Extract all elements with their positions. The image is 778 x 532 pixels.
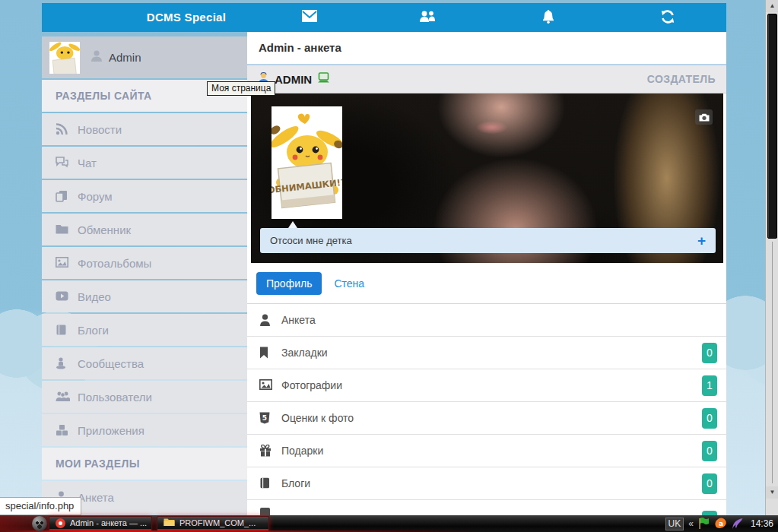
list-item-photos[interactable]: Фотографии 1 xyxy=(247,369,726,402)
scrollbar-thumb[interactable] xyxy=(767,14,777,239)
sidebar-item-chat[interactable]: Чат xyxy=(42,147,247,179)
status-text: Отсоси мне детка xyxy=(270,235,352,246)
sidebar-item-exchange[interactable]: Обменник xyxy=(42,214,247,245)
sidebar-item-label: Чат xyxy=(78,157,97,169)
sidebar-item-label: Фотоальбомы xyxy=(78,257,151,270)
bell-icon[interactable] xyxy=(540,10,557,25)
user-icon xyxy=(259,314,272,327)
mail-icon[interactable] xyxy=(301,10,318,25)
app-title: DCMS Special xyxy=(103,3,270,32)
profile-user-row: ADMIN СОЗДАТЕЛЬ xyxy=(247,65,726,93)
sidebar-item-communities[interactable]: Сообщества xyxy=(42,347,247,379)
html5-icon: 5 xyxy=(259,412,272,425)
opera-icon xyxy=(56,518,65,528)
svg-text:a: a xyxy=(719,520,723,527)
list-item-label: Блоги xyxy=(281,477,310,489)
scroll-up-arrow[interactable]: ▲ xyxy=(766,0,778,12)
sidebar-item-label: Видео xyxy=(78,290,111,303)
taskbar-button-browser[interactable]: Admin - анкета — ... xyxy=(49,516,152,530)
sidebar-item-photoalbums[interactable]: Фотоальбомы xyxy=(42,247,247,279)
taskbar: Admin - анкета — ... PROFIWM_COM_... UK … xyxy=(0,515,778,532)
count-badge: 1 xyxy=(702,375,717,396)
page-scrollbar[interactable]: ▲ ▼ xyxy=(765,0,778,515)
sidebar-item-label: Анкета xyxy=(78,491,114,504)
photos-icon xyxy=(56,257,69,269)
list-item-label: Фотографии xyxy=(281,379,342,391)
sidebar-item-forum[interactable]: Форум xyxy=(42,180,247,212)
list-item-label: Подарки xyxy=(281,445,323,457)
sidebar-item-news[interactable]: Новости xyxy=(42,113,247,145)
unknown-icon xyxy=(259,507,272,516)
sidebar-item-users[interactable]: Пользователи xyxy=(42,381,247,413)
taskbar-button-label: PROFIWM_COM_... xyxy=(179,518,256,527)
tab-profile[interactable]: Профиль xyxy=(256,272,322,295)
camera-icon[interactable] xyxy=(695,109,713,125)
count-badge: 0 xyxy=(702,343,717,363)
profile-main: Admin - анкета ADMIN СОЗДАТЕЛЬ xyxy=(247,32,726,518)
list-item-label: Оценки к фото xyxy=(281,412,354,424)
profile-avatar[interactable]: ОБНИМАШКИ!? xyxy=(272,106,342,219)
list-item-blogs[interactable]: Блоги 0 xyxy=(247,467,726,500)
svg-text:5: 5 xyxy=(262,414,267,422)
user-avatar-thumbnail xyxy=(49,42,80,74)
users-icon xyxy=(56,391,69,403)
list-item-label: Закладки xyxy=(281,347,328,359)
rss-icon xyxy=(56,123,69,135)
sidebar-item-blogs[interactable]: Блоги xyxy=(42,314,247,346)
app-header: DCMS Special xyxy=(42,3,726,32)
profile-tabs: Профиль Стена xyxy=(247,263,726,304)
list-item-gifts[interactable]: Подарки 0 xyxy=(247,435,726,467)
profile-username[interactable]: ADMIN xyxy=(275,73,312,86)
count-badge: 0 xyxy=(702,473,717,494)
avast-icon[interactable]: a xyxy=(715,518,727,530)
users-icon[interactable] xyxy=(419,10,436,25)
bookmark-icon xyxy=(259,347,272,359)
cover-photo[interactable]: ОБНИМАШКИ!? Отсоси мне детка + xyxy=(251,93,723,263)
refresh-icon[interactable] xyxy=(659,10,676,25)
folder-icon xyxy=(164,516,175,530)
taskbar-clock[interactable]: 14:36 xyxy=(751,518,773,529)
sidebar: Admin РАЗДЕЛЫ САЙТА Новости Чат Форум Об… xyxy=(42,36,247,515)
sidebar-item-label: Обменник xyxy=(78,223,131,236)
list-item-partial[interactable] xyxy=(247,500,726,515)
page-title: Admin - анкета xyxy=(247,32,726,65)
folder-icon xyxy=(56,223,69,236)
scroll-down-arrow[interactable]: ▼ xyxy=(766,486,778,499)
link-tooltip: Моя страница xyxy=(207,81,275,96)
taskbar-button-label: Admin - анкета — ... xyxy=(70,518,147,527)
photo-icon xyxy=(259,379,272,392)
site-page: DCMS Special xyxy=(42,3,726,515)
profile-list: Анкета Закладки 0 Фотографии 1 5 Оценки … xyxy=(247,304,726,515)
list-item-label: Анкета xyxy=(281,314,316,326)
sidebar-item-label: Новости xyxy=(78,123,122,136)
video-icon xyxy=(56,290,69,302)
sidebar-item-apps[interactable]: Приложения xyxy=(42,414,247,446)
flag-icon[interactable] xyxy=(698,518,710,530)
chat-icon xyxy=(56,157,69,169)
sidebar-item-label: Приложения xyxy=(78,424,144,437)
sidebar-user-item[interactable]: Admin xyxy=(42,36,247,78)
list-item-photo-ratings[interactable]: 5 Оценки к фото 0 xyxy=(247,402,726,435)
taskbar-button-folder[interactable]: PROFIWM_COM_... xyxy=(157,516,269,530)
forum-icon xyxy=(56,190,69,202)
statusbar-url-tooltip: special/info.php xyxy=(0,497,81,515)
list-item-profile-info[interactable]: Анкета xyxy=(247,304,726,337)
blog-icon xyxy=(56,324,69,336)
apps-icon xyxy=(56,424,69,436)
online-monitor-icon xyxy=(317,72,330,87)
count-badge: 0 xyxy=(702,441,717,461)
system-tray: UK « a 14:36 xyxy=(665,515,773,532)
sidebar-user-name: Admin xyxy=(109,51,141,64)
role-badge: СОЗДАТЕЛЬ xyxy=(647,73,716,85)
tray-expand-chevron[interactable]: « xyxy=(688,518,694,529)
tab-wall[interactable]: Стена xyxy=(334,277,364,290)
sidebar-item-label: Форум xyxy=(78,190,113,203)
sidebar-item-label: Сообщества xyxy=(78,357,144,370)
add-status-button[interactable]: + xyxy=(697,233,706,248)
start-button[interactable] xyxy=(32,516,47,531)
quill-icon[interactable] xyxy=(732,518,744,530)
status-bubble[interactable]: Отсоси мне детка + xyxy=(260,228,716,253)
list-item-bookmarks[interactable]: Закладки 0 xyxy=(247,337,726,369)
sidebar-item-video[interactable]: Видео xyxy=(42,280,247,312)
language-indicator[interactable]: UK xyxy=(665,518,684,530)
